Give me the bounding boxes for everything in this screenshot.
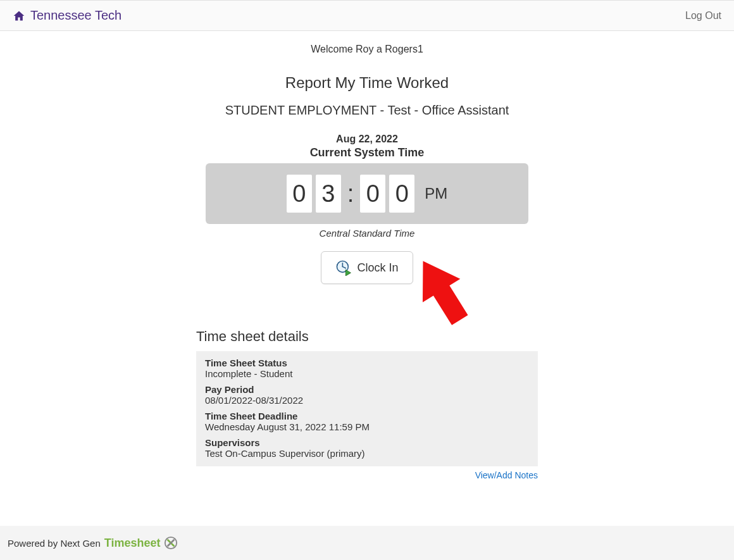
detail-label: Supervisors <box>205 437 529 448</box>
detail-item-status: Time Sheet Status Incomplete - Student <box>205 358 529 379</box>
am-pm: PM <box>425 185 447 202</box>
detail-value: Test On-Campus Supervisor (primary) <box>205 448 529 459</box>
clock-icon <box>335 259 352 276</box>
detail-item-deadline: Time Sheet Deadline Wednesday August 31,… <box>205 411 529 432</box>
current-time-label: Current System Time <box>0 146 734 159</box>
home-icon <box>13 9 25 22</box>
colon: : <box>345 180 357 208</box>
minute-digit-1: 0 <box>360 175 385 213</box>
detail-value: Wednesday August 31, 2022 11:59 PM <box>205 421 529 432</box>
job-title: STUDENT EMPLOYMENT - Test - Office Assis… <box>0 103 734 118</box>
timesheetx-logo-icon <box>164 536 178 550</box>
detail-label: Time Sheet Deadline <box>205 411 529 421</box>
timesheet-details-section: Time sheet details Time Sheet Status Inc… <box>196 328 538 480</box>
detail-label: Pay Period <box>205 384 529 395</box>
footer: Powered by Next Gen Timesheet <box>0 526 734 560</box>
page-title: Report My Time Worked <box>0 74 734 92</box>
details-card: Time Sheet Status Incomplete - Student P… <box>196 351 538 466</box>
detail-value: 08/01/2022-08/31/2022 <box>205 395 529 406</box>
main-content: Welcome Roy a Rogers1 Report My Time Wor… <box>0 31 734 480</box>
clock-in-button[interactable]: Clock In <box>321 251 413 284</box>
minute-digit-2: 0 <box>389 175 414 213</box>
detail-value: Incomplete - Student <box>205 368 529 379</box>
logout-link[interactable]: Log Out <box>685 10 721 22</box>
hour-digit-1: 0 <box>287 175 312 213</box>
view-add-notes-link[interactable]: View/Add Notes <box>196 470 538 480</box>
powered-by-text: Powered by Next Gen <box>8 538 101 549</box>
clock-display: 0 3 : 0 0 PM <box>206 163 528 224</box>
brand-link[interactable]: Tennessee Tech <box>13 8 121 23</box>
product-name: Timesheet <box>104 537 161 550</box>
clock-in-label: Clock In <box>357 261 398 275</box>
brand-text: Tennessee Tech <box>30 8 121 23</box>
hour-digit-2: 3 <box>316 175 341 213</box>
welcome-text: Welcome Roy a Rogers1 <box>0 44 734 55</box>
header-bar: Tennessee Tech Log Out <box>0 0 734 31</box>
details-heading: Time sheet details <box>196 328 538 345</box>
detail-label: Time Sheet Status <box>205 358 529 368</box>
timezone-label: Central Standard Time <box>0 228 734 239</box>
current-date: Aug 22, 2022 <box>0 134 734 145</box>
detail-item-supervisors: Supervisors Test On-Campus Supervisor (p… <box>205 437 529 459</box>
detail-item-pay-period: Pay Period 08/01/2022-08/31/2022 <box>205 384 529 406</box>
